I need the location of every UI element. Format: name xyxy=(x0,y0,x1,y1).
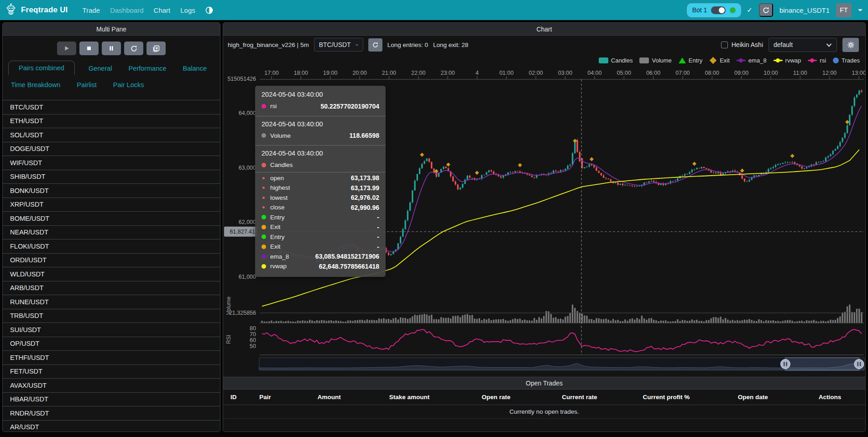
user-menu-caret-icon[interactable] xyxy=(858,9,863,11)
legend-item-exit[interactable]: Exit xyxy=(709,57,730,64)
legend-item-rsi[interactable]: rsi xyxy=(808,57,826,64)
pair-list-item[interactable]: BONK/USDT xyxy=(3,184,220,198)
exit-marker xyxy=(845,120,849,124)
stop-button[interactable] xyxy=(79,42,99,55)
pair-list-item[interactable]: DOGE/USDT xyxy=(3,142,220,156)
datazoom-handle-left[interactable] xyxy=(780,359,790,369)
refresh-chart-button[interactable] xyxy=(368,38,382,52)
multipane-toolbar xyxy=(3,42,220,55)
chevron-down-icon xyxy=(356,42,358,48)
bot-name-label: binance_USDT1 xyxy=(779,6,830,14)
tab-general[interactable]: General xyxy=(86,62,115,75)
legend-label: Candles xyxy=(611,57,633,64)
pair-list-item[interactable]: WIF/USDT xyxy=(3,156,220,170)
exit-marker xyxy=(692,161,696,166)
legend-item-candles[interactable]: Candles xyxy=(599,57,633,64)
pair-list-item[interactable]: TRB/USDT xyxy=(3,309,220,323)
pair-list-item[interactable]: ETHFI/USDT xyxy=(3,351,220,365)
gear-icon xyxy=(847,42,854,48)
pair-list-item[interactable]: OP/USDT xyxy=(3,337,220,351)
exit-diamond-icon xyxy=(710,57,717,64)
pair-list-item[interactable]: RNDR/USDT xyxy=(3,406,220,421)
pause-button[interactable] xyxy=(102,42,121,55)
pair-list-item[interactable]: NEAR/USDT xyxy=(3,226,220,240)
freqtrade-robot-logo xyxy=(5,3,16,17)
heikin-ashi-checkbox[interactable] xyxy=(721,42,728,48)
pair-list-item[interactable]: ARB/USDT xyxy=(3,281,220,296)
tab-balance[interactable]: Balance xyxy=(180,62,209,75)
chevron-down-icon xyxy=(826,42,832,48)
svg-text:08:00: 08:00 xyxy=(705,70,719,76)
candles-swatch-icon xyxy=(599,57,608,63)
svg-text:22:00: 22:00 xyxy=(411,70,425,76)
tab-performance[interactable]: Performance xyxy=(126,62,169,75)
theme-toggle-icon[interactable] xyxy=(205,6,213,14)
reload-bot-button[interactable] xyxy=(759,3,773,17)
forget-bot-button[interactable] xyxy=(146,42,166,55)
svg-text:RSI: RSI xyxy=(225,335,232,344)
column-header-open-date: Open date xyxy=(711,390,795,405)
pair-list-item[interactable]: HBAR/USDT xyxy=(3,393,220,407)
legend-item-trades[interactable]: Trades xyxy=(833,57,860,64)
plot-settings-button[interactable] xyxy=(842,38,859,52)
svg-text:64,000: 64,000 xyxy=(239,110,256,116)
tab-time-breakdown[interactable]: Time Breakdown xyxy=(8,78,63,92)
chart-toolbar: high_frog_binance_v226 | 5m BTC/USDT Lon… xyxy=(223,36,865,54)
pair-list-item[interactable]: WLD/USDT xyxy=(3,267,220,281)
play-button[interactable] xyxy=(57,42,76,55)
bot-selector[interactable]: Bot 1 xyxy=(688,4,741,16)
tab-pairlist[interactable]: Pairlist xyxy=(74,78,99,92)
legend-item-rvwap[interactable]: rvwap xyxy=(774,57,801,64)
pair-list-item[interactable]: SOL/USDT xyxy=(3,128,220,142)
pair-list-item[interactable]: SHIB/USDT xyxy=(3,170,220,184)
legend-item-ema_8[interactable]: ema_8 xyxy=(737,57,767,64)
legend-item-volume[interactable]: Volume xyxy=(639,57,671,64)
pair-list-item[interactable]: RUNE/USDT xyxy=(3,295,220,309)
rvwap-line xyxy=(262,150,859,306)
user-avatar[interactable]: FT xyxy=(836,3,852,17)
pair-list-item[interactable]: BOME/USDT xyxy=(3,212,220,226)
tab-pair-locks[interactable]: Pair Locks xyxy=(110,78,147,92)
nav-item-logs[interactable]: Logs xyxy=(180,6,195,14)
pair-select-value: BTC/USDT xyxy=(319,41,351,48)
bot-toggle[interactable] xyxy=(711,6,726,14)
svg-text:61,000: 61,000 xyxy=(239,274,256,280)
svg-text:11:00: 11:00 xyxy=(793,70,807,76)
pair-list-item[interactable]: FET/USDT xyxy=(3,365,220,379)
datazoom-handle-right[interactable] xyxy=(854,359,864,369)
reload-config-button[interactable] xyxy=(124,42,143,55)
nav-item-dashboard[interactable]: Dashboard xyxy=(110,6,143,14)
long-exit-label: Long exit: 28 xyxy=(433,42,468,48)
pair-list-item[interactable]: FLOKI/USDT xyxy=(3,239,220,254)
pair-list-item[interactable]: SUI/USDT xyxy=(3,323,220,337)
multi-pane-panel: Multi Pane xyxy=(2,22,220,432)
chart-panel-title: Chart xyxy=(223,23,865,36)
plot-config-select[interactable]: default xyxy=(769,38,837,52)
exit-marker xyxy=(446,162,450,166)
legend-label: rsi xyxy=(820,57,826,64)
column-header-current-profit--: Current profit % xyxy=(621,390,711,405)
svg-text:50: 50 xyxy=(250,343,256,349)
pair-select[interactable]: BTC/USDT xyxy=(314,38,363,52)
svg-text:01:00: 01:00 xyxy=(499,70,513,76)
pair-list-item[interactable]: BTC/USDT xyxy=(3,100,220,114)
pair-list-item[interactable]: AVAX/USDT xyxy=(3,379,220,393)
nav-item-chart[interactable]: Chart xyxy=(154,6,171,14)
chart-legend: CandlesVolumeEntryExitema_8rvwaprsiTrade… xyxy=(223,54,865,67)
pair-list-item[interactable]: AR/USDT xyxy=(3,421,220,432)
chart-panel: Chart high_frog_binance_v226 | 5m BTC/US… xyxy=(223,22,866,432)
pair-list-item[interactable]: ORDI/USDT xyxy=(3,254,220,268)
nav-item-trade[interactable]: Trade xyxy=(83,6,100,14)
candlestick-chart[interactable]: 17:0018:0019:0020:0021:0022:0023:00401:0… xyxy=(223,67,866,377)
tab-pairs-combined[interactable]: Pairs combined xyxy=(8,61,75,75)
svg-text:04:00: 04:00 xyxy=(587,70,601,76)
bot-online-dot xyxy=(730,7,736,13)
datazoom-slider[interactable] xyxy=(259,358,864,370)
svg-text:70: 70 xyxy=(250,331,256,338)
pair-list-item[interactable]: ETH/USDT xyxy=(3,114,220,129)
legend-label: Entry xyxy=(689,57,702,64)
legend-item-entry[interactable]: Entry xyxy=(679,57,702,64)
column-header-actions: Actions xyxy=(795,390,865,405)
pair-list-item[interactable]: XRP/USDT xyxy=(3,198,220,212)
column-header-amount: Amount xyxy=(294,390,365,405)
